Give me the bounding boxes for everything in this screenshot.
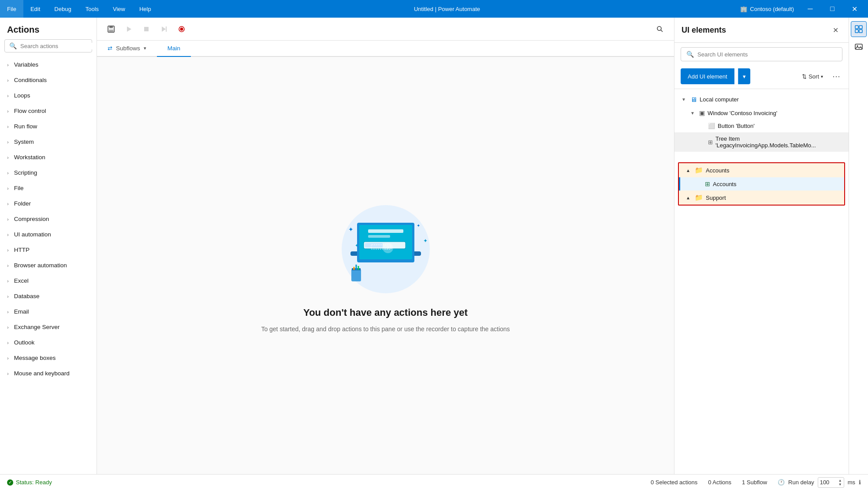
tree-item-local-computer[interactable]: ▼ 🖥 Local computer	[674, 93, 849, 106]
action-item-browser-automation[interactable]: › Browser automation	[0, 258, 97, 273]
action-item-variables[interactable]: › Variables	[0, 57, 97, 72]
flow-toolbar	[97, 18, 674, 41]
record-button[interactable]	[175, 22, 189, 36]
action-item-flow-control[interactable]: › Flow control	[0, 103, 97, 119]
svg-point-8	[180, 27, 183, 30]
action-item-mouse-keyboard[interactable]: › Mouse and keyboard	[0, 366, 97, 381]
action-item-folder[interactable]: › Folder	[0, 196, 97, 211]
menu-view[interactable]: View	[106, 0, 132, 18]
action-label: Message boxes	[14, 355, 56, 361]
step-button[interactable]	[157, 22, 171, 36]
empty-state-title: You don't have any actions here yet	[303, 307, 468, 318]
flow-panel: ⇄ Subflows ▾ Main	[97, 18, 674, 474]
svg-rect-31	[855, 26, 858, 29]
images-icon-button[interactable]	[851, 39, 867, 55]
chevron-right-icon: ›	[7, 186, 9, 191]
tree-item-treeitem[interactable]: ⊞ Tree Item 'LegacyInvoicingApp.Models.T…	[674, 132, 849, 152]
user-name: Contoso (default)	[750, 6, 794, 12]
stop-button[interactable]	[139, 22, 153, 36]
action-item-outlook[interactable]: › Outlook	[0, 335, 97, 350]
ui-elements-icon-button[interactable]	[851, 21, 867, 37]
menu-help[interactable]: Help	[132, 0, 158, 18]
folder-icon: 📁	[695, 194, 703, 202]
menu-tools[interactable]: Tools	[78, 0, 106, 18]
titlebar-menu: File Edit Debug Tools View Help	[0, 0, 158, 18]
action-label: UI automation	[14, 231, 51, 238]
svg-rect-35	[855, 44, 862, 49]
tree-item-accounts-table[interactable]: ⊞ Accounts	[679, 177, 844, 191]
menu-file[interactable]: File	[0, 0, 23, 18]
sort-chevron: ▾	[821, 74, 823, 79]
tree-item-accounts-folder[interactable]: ▲ 📁 Accounts	[679, 163, 844, 177]
search-input[interactable]	[20, 43, 94, 49]
status-bar: ✓ Status: Ready 0 Selected actions 0 Act…	[0, 474, 868, 490]
action-item-compression[interactable]: › Compression	[0, 211, 97, 227]
action-item-scripting[interactable]: › Scripting	[0, 165, 97, 180]
panel-header: UI elements ✕	[674, 18, 849, 43]
tab-main[interactable]: Main	[157, 41, 191, 57]
sort-button[interactable]: ⇅ Sort ▾	[798, 71, 827, 82]
subflows-label: Subflows	[116, 45, 140, 52]
svg-text:✦: ✦	[355, 243, 358, 248]
svg-text:✦: ✦	[423, 238, 428, 244]
minimize-button[interactable]: ─	[800, 0, 820, 18]
maximize-button[interactable]: □	[822, 0, 842, 18]
panel-close-button[interactable]: ✕	[829, 24, 842, 36]
play-button[interactable]	[122, 22, 136, 36]
ui-search-input[interactable]	[697, 51, 837, 58]
status-right: 0 Selected actions 0 Actions 1 Subflow 🕐…	[651, 477, 861, 488]
svg-marker-3	[127, 26, 131, 32]
actions-panel: Actions 🔍 › Variables › Conditionals › L…	[0, 18, 97, 474]
action-item-email[interactable]: › Email	[0, 304, 97, 319]
info-icon[interactable]: ℹ	[859, 479, 861, 486]
save-button[interactable]	[104, 22, 118, 36]
tree-item-button[interactable]: ⬜ Button 'Button'	[674, 120, 849, 132]
chevron-right-icon: ›	[7, 263, 9, 268]
more-options-button[interactable]: ⋯	[830, 70, 842, 82]
action-label: Browser automation	[14, 262, 67, 269]
add-ui-element-dropdown[interactable]: ▾	[738, 68, 750, 84]
action-label: Outlook	[14, 339, 35, 346]
spinner-arrows[interactable]: ▲ ▼	[838, 479, 842, 486]
action-item-loops[interactable]: › Loops	[0, 88, 97, 103]
tree-item-window-contoso[interactable]: ▼ ▣ Window 'Contoso Invoicing'	[674, 106, 849, 120]
chevron-right-icon: ›	[7, 155, 9, 160]
search-icon: 🔍	[9, 42, 17, 49]
tab-subflows[interactable]: ⇄ Subflows ▾	[97, 41, 157, 57]
action-item-message-boxes[interactable]: › Message boxes	[0, 350, 97, 366]
action-label: Email	[14, 308, 29, 315]
chevron-right-icon: ›	[7, 340, 9, 345]
search-flow-button[interactable]	[653, 22, 667, 36]
action-item-conditionals[interactable]: › Conditionals	[0, 72, 97, 88]
svg-text:✦: ✦	[417, 223, 420, 228]
tree-item-support-folder[interactable]: ▲ 📁 Support	[679, 191, 844, 205]
app-body: Actions 🔍 › Variables › Conditionals › L…	[0, 18, 868, 474]
action-item-ui-automation[interactable]: › UI automation	[0, 227, 97, 242]
add-ui-element-button[interactable]: Add UI element	[681, 68, 734, 84]
svg-point-9	[657, 26, 661, 30]
action-item-system[interactable]: › System	[0, 134, 97, 150]
action-item-database[interactable]: › Database	[0, 288, 97, 304]
action-item-http[interactable]: › HTTP	[0, 242, 97, 258]
svg-rect-1	[109, 26, 113, 28]
menu-edit[interactable]: Edit	[23, 0, 47, 18]
action-label: Folder	[14, 200, 31, 207]
action-item-run-flow[interactable]: › Run flow	[0, 119, 97, 134]
action-item-exchange-server[interactable]: › Exchange Server	[0, 319, 97, 335]
user-info[interactable]: 🏢 Contoso (default)	[736, 6, 798, 12]
close-button[interactable]: ✕	[844, 0, 864, 18]
tabs-row: ⇄ Subflows ▾ Main	[97, 41, 674, 57]
menu-debug[interactable]: Debug	[47, 0, 78, 18]
app-title: Untitled | Power Automate	[158, 6, 736, 12]
folder-icon: 📁	[695, 166, 703, 174]
run-delay-input[interactable]: 100 ▲ ▼	[818, 477, 844, 488]
chevron-right-icon: ›	[7, 201, 9, 206]
chevron-right-icon: ›	[7, 247, 9, 253]
action-label: Flow control	[14, 108, 46, 114]
action-item-file[interactable]: › File	[0, 180, 97, 196]
action-item-excel[interactable]: › Excel	[0, 273, 97, 288]
svg-rect-34	[859, 30, 862, 33]
chevron-right-icon: ›	[7, 78, 9, 83]
action-item-workstation[interactable]: › Workstation	[0, 150, 97, 165]
action-label: Run flow	[14, 123, 37, 130]
